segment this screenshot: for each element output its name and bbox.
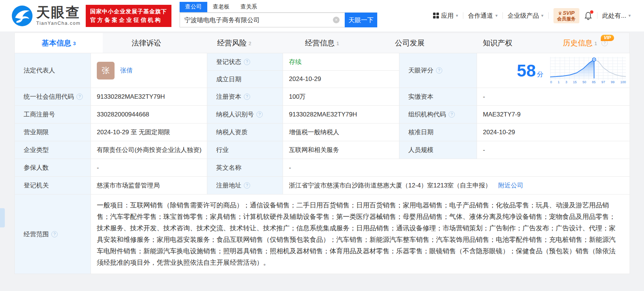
reg-address-label-cell: 注册地址? xyxy=(207,177,283,194)
industry-value-cell: 互联网和相关服务 xyxy=(283,141,399,159)
help-icon[interactable]: ? xyxy=(76,94,83,100)
notification-bell-icon[interactable] xyxy=(584,11,592,20)
nav-divider xyxy=(548,12,549,19)
tab-count: 3 xyxy=(73,41,76,46)
company-info-table: 法定代表人 张 张倩 登记状态? 存续 天眼评分? 58分 0131550859… xyxy=(14,53,630,274)
avatar[interactable]: 张 xyxy=(97,62,115,79)
svip-service-label: 会员服务 xyxy=(557,16,576,21)
status-badge: 存续 xyxy=(289,58,301,65)
insured-label-cell: 参保人数 xyxy=(15,159,91,177)
score-label-cell: 天眼评分? xyxy=(399,53,477,88)
staff-size-value-cell: - xyxy=(477,141,630,159)
reg-address-value-cell: 浙江省宁波市慈溪市白沙路街道慈惠大厦（12-4）室1213室（自主申报） 附近公… xyxy=(283,177,630,194)
tab-basic-info[interactable]: 基本信息 3 xyxy=(15,33,103,53)
search-input[interactable] xyxy=(180,13,345,27)
help-icon[interactable]: ? xyxy=(449,111,455,118)
business-term-label-cell: 营业期限 xyxy=(15,123,91,141)
english-name-label-cell: 英文名称 xyxy=(207,159,283,177)
tianyancha-logo-icon xyxy=(12,6,33,26)
taxpayer-id-label-cell: 纳税人识别号? xyxy=(207,106,283,123)
legal-rep-link[interactable]: 张倩 xyxy=(120,66,133,75)
tab-count: 2 xyxy=(249,41,251,46)
tab-company-development[interactable]: 公司发展 xyxy=(366,33,454,53)
search-tab-relation[interactable]: 查关系 xyxy=(235,2,263,12)
reg-number-label-cell: 工商注册号 xyxy=(15,106,91,123)
industry-label-cell: 行业 xyxy=(207,141,283,159)
help-icon[interactable]: ? xyxy=(436,67,442,74)
paid-capital-label-cell: 实缴资本 xyxy=(399,88,477,106)
brand-name: 天眼查 xyxy=(36,6,81,19)
approval-date-label-cell: 核准日期 xyxy=(399,123,477,141)
floating-widget[interactable] xyxy=(0,208,5,227)
tab-business-info[interactable]: 经营信息 1 xyxy=(278,33,366,53)
crown-icon: ♛ xyxy=(558,11,562,16)
tab-label: 历史信息 xyxy=(563,38,593,48)
taxpayer-quality-value-cell: 增值税一般纳税人 xyxy=(283,123,399,141)
nav-more-label: 此处有... xyxy=(602,11,626,20)
reg-capital-value-cell: 100万 xyxy=(283,88,399,106)
tab-label: 知识产权 xyxy=(483,38,512,48)
tab-count: 1 xyxy=(336,41,339,46)
help-icon[interactable]: ? xyxy=(244,59,250,65)
credential-badge-line2: 官方备案企业征信机构 xyxy=(90,17,167,24)
score-ticks: 0131550859799100 xyxy=(550,80,626,84)
apps-grid-icon xyxy=(433,13,439,18)
nav-divider xyxy=(502,12,503,19)
help-icon[interactable]: ? xyxy=(256,111,263,118)
tab-history-info[interactable]: VIP 历史信息 1 ? xyxy=(541,33,629,53)
reg-capital-label-cell: 注册资本? xyxy=(207,88,283,106)
nav-apps-label: 应用 xyxy=(441,11,454,20)
section-tabs: 基本信息 3 法律诉讼 经营风险 2 经营信息 1 公司发展 知识产权 VIP … xyxy=(14,33,630,53)
tab-label: 经营风险 xyxy=(217,38,247,48)
search-button[interactable]: 天眼一下 xyxy=(345,13,377,27)
vip-badge: VIP xyxy=(601,35,614,41)
nav-cooperation-label: 合作通道 xyxy=(468,11,493,20)
tab-intellectual-property[interactable]: 知识产权 xyxy=(454,33,542,53)
credit-code-value-cell: 91330282MAE32TY79H xyxy=(91,88,207,106)
notification-dot xyxy=(590,10,593,14)
score-chart[interactable]: 0131550859799100 xyxy=(550,57,626,84)
search-tabs: 查公司 查老板 查关系 xyxy=(180,2,377,13)
tab-legal-proceedings[interactable]: 法律诉讼 xyxy=(103,33,191,53)
tab-business-risk[interactable]: 经营风险 2 xyxy=(190,33,278,53)
nav-apps[interactable]: 应用 ▾ xyxy=(433,11,458,20)
logo[interactable]: 天眼查 TianYanCha.com xyxy=(12,6,81,26)
search-tab-boss[interactable]: 查老板 xyxy=(207,2,235,12)
legal-rep-label-cell: 法定代表人 xyxy=(15,53,91,88)
org-code-label-cell: 组织机构代码? xyxy=(399,106,477,123)
reg-authority-label-cell: 登记机关 xyxy=(15,177,91,194)
chevron-down-icon: ▾ xyxy=(628,13,631,18)
business-scope-value-cell: 一般项目：互联网销售（除销售需要许可的商品）；通信设备销售；二手日用百货销售；日… xyxy=(91,194,630,274)
tab-label: 经营信息 xyxy=(305,38,334,48)
header-nav: 应用 ▾ 合作通道 ▾ 企业级产品 ▾ ♛SVIP 会员服务 此处有... xyxy=(433,8,631,23)
reg-number-value-cell: 330282000944668 xyxy=(91,106,207,123)
nav-cooperation[interactable]: 合作通道 ▾ xyxy=(468,11,498,20)
help-icon[interactable]: ? xyxy=(244,182,250,189)
chevron-down-icon: ▾ xyxy=(456,13,458,18)
nav-divider xyxy=(597,12,597,19)
help-icon[interactable]: ? xyxy=(51,231,58,237)
legal-rep-value-cell: 张 张倩 xyxy=(91,53,207,88)
taxpayer-id-value-cell: 91330282MAE32TY79H xyxy=(283,106,399,123)
company-type-label-cell: 企业类型 xyxy=(15,141,91,159)
english-name-value-cell: - xyxy=(283,159,630,177)
chevron-down-icon: ▾ xyxy=(495,13,498,18)
reg-address-text: 浙江省宁波市慈溪市白沙路街道慈惠大厦（12-4）室1213室（自主申报） xyxy=(289,182,491,189)
reg-status-value-cell: 存续 xyxy=(283,53,399,71)
nav-enterprise-products[interactable]: 企业级产品 ▾ xyxy=(508,11,544,20)
nearby-companies-link[interactable]: 附近公司 xyxy=(498,182,524,189)
nav-enterprise-label: 企业级产品 xyxy=(508,11,539,20)
score-curve-svg xyxy=(550,57,626,80)
approval-date-value-cell: 2024-10-29 xyxy=(477,123,630,141)
help-icon[interactable]: ? xyxy=(244,94,250,100)
taxpayer-quality-label-cell: 纳税人资质 xyxy=(207,123,283,141)
score-value-cell: 58分 0131550859799100 xyxy=(477,53,630,88)
clear-icon[interactable]: × xyxy=(333,17,340,23)
business-term-value-cell: 2024-10-29 至 无固定期限 xyxy=(91,123,207,141)
search-tab-company[interactable]: 查公司 xyxy=(180,2,207,12)
credit-code-label-cell: 统一社会信用代码? xyxy=(15,88,91,106)
svip-member-badge[interactable]: ♛SVIP 会员服务 xyxy=(553,8,579,23)
brand-domain: TianYanCha.com xyxy=(36,20,81,26)
chevron-down-icon: ▾ xyxy=(541,13,544,18)
nav-more[interactable]: 此处有... ▾ xyxy=(602,11,631,20)
